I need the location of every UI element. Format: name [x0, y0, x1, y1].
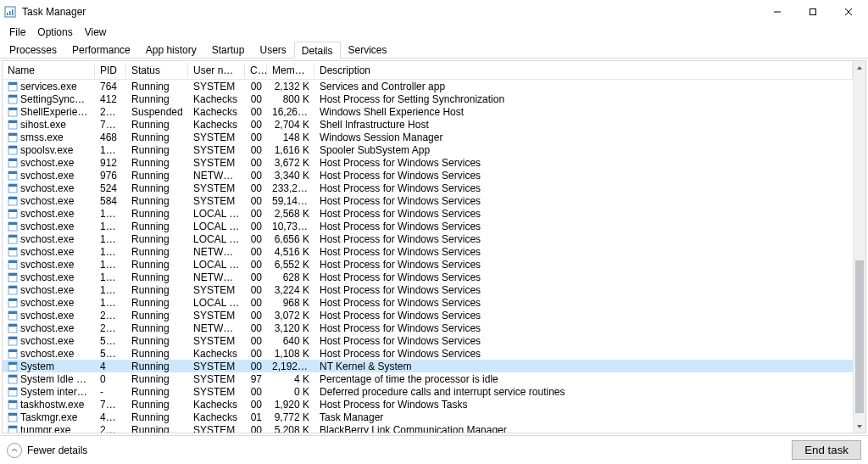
pid-cell: 1656 [95, 259, 126, 271]
process-icon [8, 349, 18, 359]
pid-cell: 1336 [95, 246, 126, 258]
scroll-track[interactable] [854, 74, 865, 420]
process-icon [8, 260, 18, 270]
tab-performance[interactable]: Performance [64, 41, 138, 58]
status-cell: Running [126, 119, 188, 131]
col-user[interactable]: User name [188, 63, 245, 78]
table-row[interactable]: ShellExperienceHost....2328SuspendedKach… [3, 105, 853, 118]
cpu-cell: 97 [245, 373, 267, 385]
mem-cell: 1,616 K [267, 144, 314, 156]
table-row[interactable]: services.exe764RunningSYSTEM002,132 KSer… [3, 80, 853, 92]
svg-rect-53 [8, 362, 17, 365]
process-icon [8, 247, 18, 257]
maximize-button[interactable] [795, 0, 831, 24]
table-row[interactable]: smss.exe468RunningSYSTEM00148 KWindows S… [3, 131, 853, 143]
table-row[interactable]: SettingSyncHost.exe412RunningKachecks008… [3, 92, 853, 105]
svg-rect-51 [8, 349, 17, 352]
table-row[interactable]: svchost.exe2864RunningNETWORK...003,120 … [3, 321, 853, 334]
table-row[interactable]: svchost.exe1928RunningLOCAL SE...00968 K… [3, 296, 853, 309]
menu-options[interactable]: Options [31, 25, 78, 39]
table-row[interactable]: System4RunningSYSTEM002,192,224 KNT Kern… [3, 360, 853, 372]
user-cell: LOCAL SE... [188, 297, 245, 309]
pid-cell: 1156 [95, 233, 126, 245]
mem-cell: 233,252 K [267, 182, 314, 194]
table-row[interactable]: svchost.exe1156RunningLOCAL SE...006,656… [3, 232, 853, 245]
app-icon [3, 5, 17, 19]
table-row[interactable]: svchost.exe584RunningSYSTEM0059,140 KHos… [3, 194, 853, 207]
vertical-scrollbar[interactable] [853, 61, 865, 433]
table-row[interactable]: svchost.exe976RunningNETWORK...003,340 K… [3, 169, 853, 182]
table-row[interactable]: taskhostw.exe7464RunningKachecks001,920 … [3, 398, 853, 411]
titlebar[interactable]: Task Manager [0, 0, 868, 24]
table-row[interactable]: System Idle Process0RunningSYSTEM974 KPe… [3, 372, 853, 385]
table-row[interactable]: sihost.exe7068RunningKachecks002,704 KSh… [3, 118, 853, 131]
table-row[interactable]: svchost.exe912RunningSYSTEM003,672 KHost… [3, 156, 853, 169]
table-row[interactable]: svchost.exe524RunningSYSTEM00233,252 KHo… [3, 182, 853, 194]
desc-cell: Host Process for Windows Services [314, 170, 853, 182]
table-row[interactable]: svchost.exe1336RunningNETWORK...004,516 … [3, 245, 853, 258]
scroll-thumb[interactable] [855, 260, 864, 413]
table-row[interactable]: System interrupts-RunningSYSTEM000 KDefe… [3, 385, 853, 398]
table-row[interactable]: svchost.exe1088RunningLOCAL SE...002,568… [3, 207, 853, 220]
table-row[interactable]: svchost.exe1816RunningSYSTEM003,224 KHos… [3, 283, 853, 296]
process-name: svchost.exe [20, 335, 74, 347]
col-desc[interactable]: Description [314, 63, 853, 78]
table-row[interactable]: tunmgr.exe2100RunningSYSTEM005,208 KBlac… [3, 423, 853, 433]
col-mem[interactable]: Memory (p... [267, 63, 314, 78]
table-row[interactable]: spoolsv.exe1500RunningSYSTEM001,616 KSpo… [3, 143, 853, 156]
table-row[interactable]: svchost.exe2024RunningSYSTEM003,072 KHos… [3, 309, 853, 321]
end-task-button[interactable]: End task [792, 440, 861, 460]
svg-rect-39 [8, 273, 17, 276]
tab-processes[interactable]: Processes [2, 41, 64, 58]
cpu-cell: 00 [245, 208, 267, 220]
status-cell: Running [126, 284, 188, 296]
table-row[interactable]: svchost.exe5060RunningKachecks001,108 KH… [3, 347, 853, 360]
svg-rect-49 [8, 337, 17, 339]
tab-startup[interactable]: Startup [204, 41, 253, 58]
pid-cell: 764 [95, 81, 126, 92]
minimize-button[interactable] [760, 0, 795, 24]
pid-cell: 2328 [95, 106, 126, 118]
user-cell: LOCAL SE... [188, 221, 245, 232]
scroll-down-icon[interactable] [854, 420, 865, 433]
status-cell: Running [126, 335, 188, 347]
tab-app-history[interactable]: App history [138, 41, 204, 58]
svg-marker-68 [857, 66, 862, 70]
user-cell: Kachecks [188, 119, 245, 131]
process-icon [8, 158, 18, 168]
table-row[interactable]: svchost.exe1656RunningLOCAL SE...006,552… [3, 258, 853, 271]
status-cell: Running [126, 373, 188, 385]
svg-rect-33 [8, 235, 17, 238]
process-icon [8, 298, 18, 308]
cpu-cell: 00 [245, 93, 267, 105]
fewer-details-label: Fewer details [27, 444, 87, 456]
user-cell: LOCAL SE... [188, 233, 245, 245]
user-cell: SYSTEM [188, 284, 245, 296]
cpu-cell: 00 [245, 246, 267, 258]
col-name[interactable]: Name [3, 63, 95, 78]
mem-cell: 2,132 K [267, 81, 314, 92]
col-cpu[interactable]: CPU [245, 63, 267, 78]
scroll-up-icon[interactable] [854, 61, 865, 74]
desc-cell: NT Kernel & System [314, 361, 853, 372]
column-headers: Name PID Status User name CPU Memory (p.… [3, 61, 853, 80]
tab-details[interactable]: Details [294, 42, 341, 59]
tab-services[interactable]: Services [341, 41, 395, 58]
fewer-details-button[interactable]: Fewer details [7, 443, 87, 458]
col-pid[interactable]: PID [95, 63, 126, 78]
status-cell: Running [126, 322, 188, 334]
desc-cell: Host Process for Windows Services [314, 284, 853, 296]
menu-file[interactable]: File [3, 25, 31, 39]
tab-users[interactable]: Users [252, 41, 293, 58]
process-name: svchost.exe [20, 182, 74, 194]
table-row[interactable]: svchost.exe5296RunningSYSTEM00640 KHost … [3, 334, 853, 347]
menu-view[interactable]: View [79, 25, 113, 39]
process-name: SettingSyncHost.exe [20, 93, 95, 105]
table-row[interactable]: Taskmgr.exe4288RunningKachecks019,772 KT… [3, 411, 853, 423]
table-row[interactable]: svchost.exe1096RunningLOCAL SE...0010,73… [3, 220, 853, 232]
col-status[interactable]: Status [126, 63, 188, 78]
table-row[interactable]: svchost.exe1732RunningNETWORK...00628 KH… [3, 271, 853, 283]
close-button[interactable] [831, 0, 866, 24]
process-icon [8, 361, 18, 372]
status-cell: Running [126, 157, 188, 169]
